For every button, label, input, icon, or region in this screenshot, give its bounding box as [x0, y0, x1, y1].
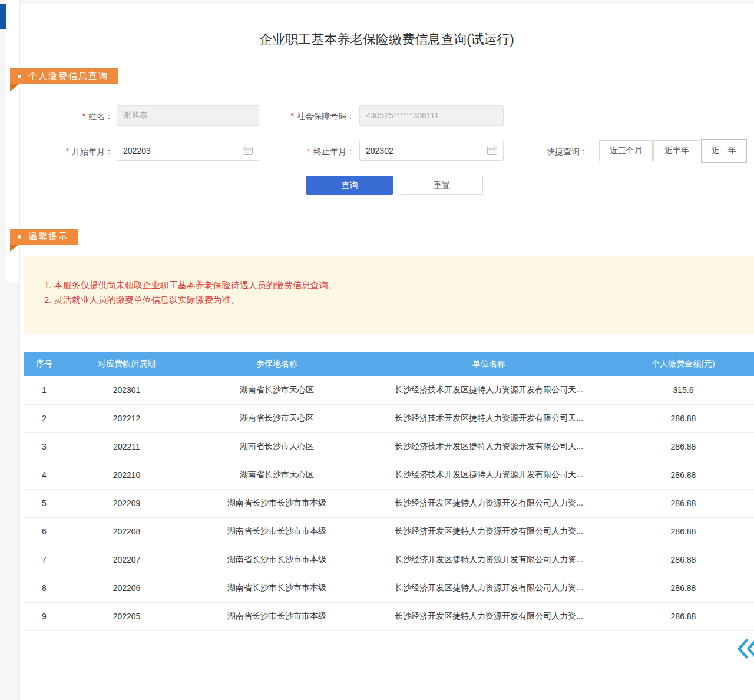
cell-amount: 286.88	[613, 517, 754, 546]
header-index: 序号	[24, 352, 65, 376]
required-asterisk: *	[82, 111, 85, 121]
quick-last-3-months-button[interactable]: 近三个月	[599, 140, 653, 161]
cell-employer: 长沙经济技术开发区捷特人力资源开发有限公司天...	[365, 461, 613, 489]
cell-region: 湖南省长沙市天心区	[188, 404, 365, 432]
table-row: 3 202211 湖南省长沙市天心区 长沙经济技术开发区捷特人力资源开发有限公司…	[24, 432, 754, 461]
quick-query-label: 快捷查询：	[547, 147, 588, 157]
table-row: 6 202208 湖南省长沙市长沙市市本级 长沙经济开发区捷特人力资源开发有限公…	[24, 517, 754, 546]
cell-employer: 长沙经济技术开发区捷特人力资源开发有限公司天...	[365, 376, 613, 404]
cell-index: 5	[24, 489, 65, 517]
cell-index: 2	[24, 404, 65, 432]
cell-period: 202206	[65, 574, 188, 602]
cell-index: 1	[24, 376, 65, 404]
ssn-value: 430525******306111	[366, 111, 439, 120]
cell-period: 202208	[65, 517, 188, 546]
cell-period: 202205	[65, 602, 188, 630]
start-month-label: *开始年月：	[35, 147, 113, 157]
tips-notice-box: 1. 本服务仅提供尚未领取企业职工基本养老保险待遇人员的缴费信息查询。 2. 灵…	[24, 256, 754, 334]
cell-region: 湖南省长沙市天心区	[188, 461, 365, 489]
cell-employer: 长沙经济技术开发区捷特人力资源开发有限公司天...	[365, 404, 613, 432]
cell-employer: 长沙经济开发区捷特人力资源开发有限公司人力资...	[365, 546, 613, 574]
cell-amount: 286.88	[613, 489, 754, 517]
cell-region: 湖南省长沙市天心区	[188, 376, 365, 404]
table-body: 1 202301 湖南省长沙市天心区 长沙经济技术开发区捷特人力资源开发有限公司…	[24, 376, 754, 630]
cell-region: 湖南省长沙市长沙市市本级	[188, 517, 365, 546]
required-asterisk: *	[291, 111, 294, 121]
calendar-icon[interactable]	[243, 146, 253, 157]
end-month-field[interactable]: 202302	[359, 141, 504, 161]
end-month-label: *终止年月：	[277, 147, 355, 157]
section-badge-label: 温馨提示	[28, 231, 68, 242]
payment-results-table: 序号 对应费款所属期 参保地名称 单位名称 个人缴费金额(元) 1 202301…	[24, 352, 754, 631]
header-amount: 个人缴费金额(元)	[613, 352, 754, 376]
cell-region: 湖南省长沙市天心区	[188, 432, 365, 461]
cell-region: 湖南省长沙市长沙市市本级	[188, 489, 365, 517]
cell-index: 8	[24, 574, 65, 602]
quick-last-half-year-button[interactable]: 近半年	[653, 140, 700, 161]
page: 企业职工基本养老保险缴费信息查询(试运行) 个人缴费信息查询 *姓名： 谢旭泰 …	[0, 0, 754, 700]
section-badge-personal-query: 个人缴费信息查询	[10, 68, 118, 84]
header-region: 参保地名称	[188, 352, 365, 376]
cell-period: 202301	[65, 376, 188, 404]
section-badge-label: 个人缴费信息查询	[28, 71, 108, 82]
cell-amount: 286.88	[613, 574, 754, 602]
tips-line-1: 1. 本服务仅提供尚未领取企业职工基本养老保险待遇人员的缴费信息查询。	[44, 278, 742, 292]
cell-amount: 286.88	[613, 546, 754, 574]
quick-last-year-button[interactable]: 近一年	[701, 139, 747, 163]
table-header-row: 序号 对应费款所属期 参保地名称 单位名称 个人缴费金额(元)	[24, 352, 754, 376]
cell-employer: 长沙经济开发区捷特人力资源开发有限公司人力资...	[365, 517, 613, 546]
table-row: 9 202205 湖南省长沙市长沙市市本级 长沙经济开发区捷特人力资源开发有限公…	[24, 602, 754, 630]
required-asterisk: *	[66, 147, 69, 156]
table-row: 1 202301 湖南省长沙市天心区 长沙经济技术开发区捷特人力资源开发有限公司…	[24, 376, 754, 404]
double-left-chevron-icon[interactable]	[736, 636, 754, 662]
end-month-value: 202302	[366, 146, 393, 156]
ssn-field: 430525******306111	[359, 105, 504, 126]
ssn-label: *社会保障号码：	[253, 111, 355, 122]
tips-line-2: 2. 灵活就业人员的缴费单位信息以实际缴费为准。	[44, 292, 742, 307]
cell-amount: 286.88	[613, 461, 754, 489]
page-title: 企业职工基本养老保险缴费信息查询(试运行)	[19, 31, 754, 48]
cell-index: 4	[24, 461, 65, 489]
header-period: 对应费款所属期	[65, 352, 188, 376]
cell-period: 202210	[65, 461, 188, 489]
header-employer: 单位名称	[365, 352, 613, 376]
start-month-field[interactable]: 202203	[117, 141, 259, 161]
cell-amount: 286.88	[613, 432, 754, 461]
cell-region: 湖南省长沙市长沙市市本级	[188, 574, 365, 602]
cell-index: 7	[24, 546, 65, 574]
calendar-icon[interactable]	[487, 146, 497, 157]
name-value: 谢旭泰	[123, 110, 148, 121]
cell-period: 202209	[65, 489, 188, 517]
cell-amount: 286.88	[613, 602, 754, 630]
name-field: 谢旭泰	[117, 105, 259, 126]
start-month-value: 202203	[123, 146, 151, 156]
required-asterisk: *	[307, 147, 310, 156]
cell-employer: 长沙经济开发区捷特人力资源开发有限公司人力资...	[365, 574, 613, 602]
badge-fold-decoration	[10, 245, 19, 252]
query-button[interactable]: 查询	[306, 176, 393, 195]
reset-button[interactable]: 重置	[401, 176, 483, 195]
cell-index: 3	[24, 432, 65, 461]
table-row: 4 202210 湖南省长沙市天心区 长沙经济技术开发区捷特人力资源开发有限公司…	[24, 461, 754, 489]
table-row: 2 202212 湖南省长沙市天心区 长沙经济技术开发区捷特人力资源开发有限公司…	[24, 404, 754, 432]
cell-employer: 长沙经济开发区捷特人力资源开发有限公司人力资...	[365, 489, 613, 517]
cell-region: 湖南省长沙市长沙市市本级	[188, 602, 365, 630]
cell-period: 202207	[65, 546, 188, 574]
table-row: 5 202209 湖南省长沙市长沙市市本级 长沙经济开发区捷特人力资源开发有限公…	[24, 489, 754, 517]
table-row: 8 202206 湖南省长沙市长沙市市本级 长沙经济开发区捷特人力资源开发有限公…	[24, 574, 754, 602]
name-label: *姓名：	[35, 111, 113, 122]
table-row: 7 202207 湖南省长沙市长沙市市本级 长沙经济开发区捷特人力资源开发有限公…	[24, 546, 754, 574]
bullet-icon	[18, 75, 21, 78]
bullet-icon	[18, 235, 21, 239]
cell-amount: 315.6	[613, 376, 754, 404]
cell-index: 6	[24, 517, 65, 546]
badge-fold-decoration	[10, 84, 19, 91]
cell-period: 202212	[65, 404, 188, 432]
cell-period: 202211	[65, 432, 188, 461]
section-badge-tips: 温馨提示	[10, 229, 78, 245]
cell-index: 9	[24, 602, 65, 630]
cell-amount: 286.88	[613, 404, 754, 432]
cell-employer: 长沙经济开发区捷特人力资源开发有限公司人力资...	[365, 602, 613, 630]
cell-region: 湖南省长沙市长沙市市本级	[188, 546, 365, 574]
cell-employer: 长沙经济技术开发区捷特人力资源开发有限公司天...	[365, 432, 613, 461]
